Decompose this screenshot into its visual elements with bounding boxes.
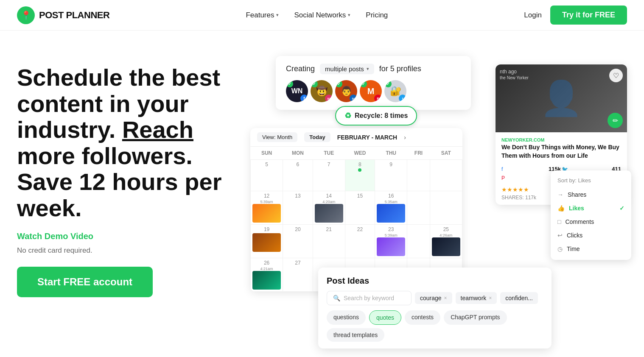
nav-actions: Login Try it for FREE	[524, 6, 627, 25]
profile-icons: ✓ WN f ✓ 🤠 ig ✓ 👨 in	[286, 80, 461, 102]
linkedin-dot: in	[350, 95, 357, 102]
tag-confiden[interactable]: confiden...	[500, 292, 538, 304]
calendar-today-button[interactable]: Today	[304, 132, 330, 142]
cal-cell: 13	[283, 191, 313, 225]
cal-cell: 235:39am	[375, 225, 407, 258]
login-button[interactable]: Login	[524, 11, 542, 20]
logo-text: POST PLANNER	[39, 10, 109, 21]
hero-headline: Schedule the best content in your indust…	[17, 64, 238, 221]
article-share-badge[interactable]: ✏	[608, 113, 623, 128]
navbar: 📍 POST PLANNER Features ▾ Social Network…	[0, 0, 644, 31]
cal-cell: 6	[283, 160, 313, 191]
calendar-row-2: 125:39am 13 144:20am 15 165:35am	[251, 191, 462, 225]
profile-avatar-5: ✓ 🔐 t	[384, 80, 406, 102]
post-ideas-card: Post Ideas 🔍 Search by keyword courage ×…	[318, 268, 552, 349]
cal-day-sun: SUN	[251, 147, 283, 160]
chevron-down-icon: ▾	[367, 66, 369, 72]
recycle-icon: ♻	[344, 111, 351, 120]
calendar-view-button[interactable]: View: Month	[257, 132, 297, 142]
watch-demo-link[interactable]: Watch Demo Video	[17, 231, 238, 241]
cal-day-thu: THU	[375, 147, 407, 160]
cal-day-wed: WED	[345, 147, 375, 160]
article-body: We Don't Buy Things with Money, We Buy T…	[496, 143, 627, 163]
cal-day-sat: SAT	[430, 147, 462, 160]
pinterest-icon: P	[501, 175, 505, 181]
cal-cell: 144:20am	[313, 191, 345, 225]
search-placeholder: Search by keyword	[344, 295, 394, 301]
cal-cell	[407, 160, 430, 191]
article-like-button[interactable]: ♡	[609, 69, 623, 82]
cal-day-fri: FRI	[407, 147, 430, 160]
creating-text: Creating	[286, 64, 315, 73]
hero-left: Schedule the best content in your indust…	[17, 56, 238, 297]
cal-cell	[430, 160, 462, 191]
sort-time[interactable]: ◷ Time	[551, 242, 631, 256]
check-icon: ✓	[311, 81, 318, 87]
sort-dropdown: Sort by: Likes → Shares 👍 Likes ✓ □ Comm…	[551, 170, 631, 260]
tag-teamwork[interactable]: teamwork ×	[456, 292, 497, 304]
sort-likes-icon: 👍	[557, 205, 565, 212]
tag-thread-templates[interactable]: thread templates	[327, 328, 384, 342]
facebook-icon: f	[501, 166, 503, 172]
calendar-row-3: 19 20 21 22 235:39am 254:26am	[251, 225, 462, 258]
logo-link[interactable]: 📍 POST PLANNER	[17, 6, 109, 24]
sort-clicks[interactable]: ↩ Clicks	[551, 229, 631, 242]
article-source: NEWYORKER.COM	[496, 132, 627, 143]
check-icon: ✓	[286, 81, 293, 87]
try-free-button[interactable]: Try it for FREE	[550, 6, 627, 25]
check-icon: ✓	[336, 81, 342, 87]
cal-cell: 19	[251, 225, 283, 258]
tag-questions[interactable]: questions	[327, 310, 366, 325]
sort-likes[interactable]: 👍 Likes ✓	[551, 201, 631, 215]
cal-cell: 5	[251, 160, 283, 191]
facebook-dot: f	[300, 95, 308, 102]
creating-badge: multiple posts ▾	[320, 64, 374, 74]
tag-remove-icon[interactable]: ×	[444, 295, 447, 301]
cal-day-tue: TUE	[313, 147, 345, 160]
calendar-row-1: 5 6 7 8 9	[251, 160, 462, 191]
calendar-month-label: FEBRUARY - MARCH	[337, 134, 398, 141]
article-image: 👤 nth agothe New Yorker ♡ ✏	[496, 64, 627, 132]
sort-clicks-icon: ↩	[557, 232, 563, 239]
cal-cell: 125:39am	[251, 191, 283, 225]
sort-check-icon: ✓	[619, 205, 624, 212]
cal-cell: 165:35am	[375, 191, 407, 225]
logo-icon: 📍	[17, 6, 35, 24]
start-free-button[interactable]: Start FREE account	[17, 267, 153, 297]
tag-chapgpt[interactable]: ChapGPT prompts	[444, 310, 507, 325]
chevron-down-icon: ▾	[348, 12, 350, 18]
tag-remove-icon[interactable]: ×	[489, 295, 492, 301]
cal-cell-highlight: 8	[345, 160, 375, 191]
calendar-next-arrow[interactable]: ›	[404, 134, 406, 141]
sort-title: Sort by: Likes	[551, 175, 631, 188]
recycle-badge: ♻ Recycle: 8 times	[335, 106, 417, 126]
hero-section: Schedule the best content in your indust…	[0, 31, 644, 357]
hero-right-mockup: Creating multiple posts ▾ for 5 profiles…	[250, 56, 627, 357]
sort-time-icon: ◷	[557, 245, 563, 252]
search-box[interactable]: 🔍 Search by keyword	[327, 291, 412, 305]
pinterest-dot: P	[374, 95, 382, 102]
check-icon: ✓	[360, 81, 367, 87]
tag-courage[interactable]: courage ×	[415, 292, 452, 304]
cal-cell: 22	[345, 225, 375, 258]
sort-comments[interactable]: □ Comments	[551, 215, 631, 229]
article-title: We Don't Buy Things with Money, We Buy T…	[501, 143, 621, 160]
cal-cell: 21	[313, 225, 345, 258]
article-time: nth agothe New Yorker	[500, 69, 529, 81]
tag-quotes[interactable]: quotes	[369, 310, 401, 325]
creating-bar: Creating multiple posts ▾ for 5 profiles…	[276, 56, 471, 110]
article-stars: ★★★★★	[501, 186, 529, 193]
twitter-dot: t	[399, 95, 406, 102]
cal-cell: 254:26am	[430, 225, 462, 258]
sort-shares[interactable]: → Shares	[551, 188, 631, 201]
profile-avatar-4: ✓ M P	[360, 80, 382, 102]
no-cc-text: No credit card required.	[17, 246, 238, 255]
cal-cell: 264:21am	[251, 258, 283, 292]
nav-pricing[interactable]: Pricing	[366, 11, 388, 20]
sort-shares-icon: →	[557, 191, 563, 198]
check-icon: ✓	[385, 81, 392, 87]
nav-social-networks[interactable]: Social Networks ▾	[294, 11, 350, 20]
nav-features[interactable]: Features ▾	[246, 11, 279, 20]
tag-contests[interactable]: contests	[405, 310, 440, 325]
cal-cell	[407, 225, 430, 258]
